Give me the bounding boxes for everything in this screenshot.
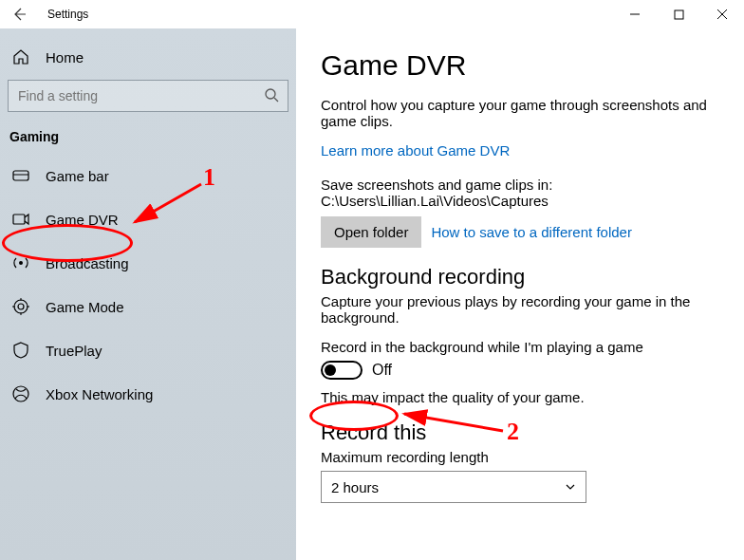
- sidebar-item-broadcasting[interactable]: Broadcasting: [0, 241, 296, 285]
- max-length-select[interactable]: 2 hours: [321, 471, 586, 503]
- trueplay-icon: [11, 341, 30, 360]
- bg-toggle-label: Record in the background while I'm playi…: [321, 339, 725, 355]
- search-box[interactable]: [8, 80, 288, 112]
- minimize-icon: [629, 9, 641, 20]
- svg-point-8: [14, 300, 28, 313]
- game-bar-icon: [11, 166, 30, 185]
- bg-warn-text: This may impact the quality of your game…: [321, 389, 725, 405]
- bg-record-toggle[interactable]: [321, 361, 363, 380]
- titlebar: Settings: [0, 0, 744, 28]
- xbox-networking-icon: [11, 384, 30, 403]
- record-this-heading: Record this: [321, 420, 725, 445]
- page-heading: Game DVR: [321, 49, 725, 82]
- nav-label: Game bar: [46, 168, 109, 184]
- minimize-button[interactable]: [613, 0, 657, 28]
- maximize-button[interactable]: [657, 0, 700, 28]
- svg-rect-6: [13, 215, 25, 224]
- back-button[interactable]: [8, 3, 30, 26]
- svg-point-7: [19, 261, 23, 265]
- sidebar-section-title: Gaming: [0, 129, 296, 154]
- home-label: Home: [46, 49, 84, 65]
- bg-recording-heading: Background recording: [321, 265, 725, 289]
- svg-line-3: [274, 98, 278, 102]
- nav-label: Broadcasting: [46, 255, 129, 271]
- search-input[interactable]: [8, 80, 288, 112]
- nav-label: Game Mode: [46, 299, 124, 315]
- chevron-down-icon: [565, 479, 576, 495]
- svg-point-2: [266, 89, 275, 99]
- learn-more-link[interactable]: Learn more about Game DVR: [321, 142, 510, 159]
- nav-label: Xbox Networking: [46, 386, 153, 402]
- bg-recording-desc: Capture your previous plays by recording…: [321, 293, 719, 326]
- window-title: Settings: [47, 8, 88, 21]
- svg-rect-1: [675, 10, 683, 19]
- max-length-label: Maximum recording length: [321, 449, 725, 465]
- toggle-knob-icon: [325, 364, 336, 376]
- sidebar-item-xbox-networking[interactable]: Xbox Networking: [0, 372, 296, 416]
- search-icon: [264, 87, 279, 103]
- game-mode-icon: [11, 297, 30, 316]
- sidebar-item-home[interactable]: Home: [0, 38, 296, 80]
- open-folder-button[interactable]: Open folder: [321, 216, 421, 248]
- close-icon: [716, 9, 728, 20]
- game-dvr-icon: [11, 210, 30, 229]
- nav-label: Game DVR: [46, 212, 119, 228]
- how-to-save-link[interactable]: How to save to a different folder: [431, 224, 632, 240]
- home-icon: [11, 47, 30, 66]
- page-description: Control how you capture your game throug…: [321, 97, 719, 129]
- svg-rect-4: [13, 171, 28, 180]
- back-arrow-icon: [11, 7, 27, 22]
- svg-point-14: [13, 386, 28, 401]
- bg-toggle-state: Off: [372, 362, 392, 379]
- sidebar: Home Gaming Game bar: [0, 28, 296, 560]
- svg-point-9: [18, 304, 24, 309]
- sidebar-item-game-bar[interactable]: Game bar: [0, 154, 296, 197]
- sidebar-nav: Game bar Game DVR Broadcasting: [0, 154, 296, 416]
- sidebar-item-game-dvr[interactable]: Game DVR: [0, 197, 296, 241]
- window-controls: [613, 0, 744, 28]
- broadcasting-icon: [11, 253, 30, 272]
- nav-label: TruePlay: [46, 343, 102, 359]
- sidebar-item-game-mode[interactable]: Game Mode: [0, 285, 296, 328]
- main-content: Game DVR Control how you capture your ga…: [296, 28, 744, 560]
- maximize-icon: [674, 9, 684, 20]
- close-button[interactable]: [700, 0, 744, 28]
- max-length-value: 2 hours: [331, 479, 379, 495]
- sidebar-item-trueplay[interactable]: TruePlay: [0, 328, 296, 372]
- save-path-text: Save screenshots and game clips in: C:\U…: [321, 177, 719, 209]
